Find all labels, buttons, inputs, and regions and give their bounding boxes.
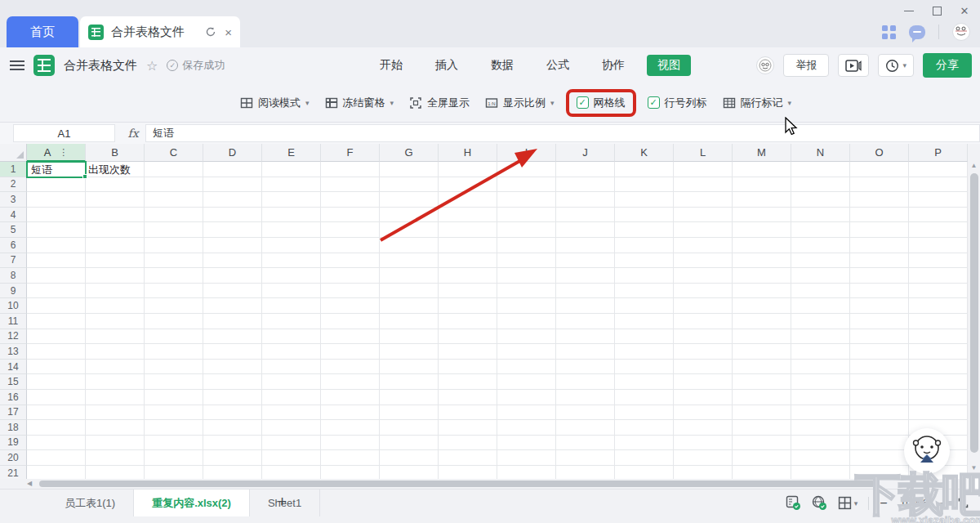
column-header-G[interactable]: G [380, 144, 439, 162]
row-header-14[interactable]: 14 [0, 360, 27, 375]
row-col-headers-checkbox[interactable]: ✓ 行号列标 [648, 96, 707, 110]
gridlines-checkbox[interactable]: ✓ 网格线 [577, 96, 626, 110]
column-header-D[interactable]: D [203, 144, 262, 162]
formula-input[interactable]: 短语 [145, 124, 980, 142]
zoom-ratio-button[interactable]: 1:N 显示比例 ▾ [485, 96, 555, 110]
close-tab-icon[interactable]: × [225, 25, 232, 39]
menu-tab-协作[interactable]: 协作 [591, 55, 635, 76]
column-header-H[interactable]: H [439, 144, 497, 162]
report-button[interactable]: 举报 [783, 54, 829, 77]
row-header-17[interactable]: 17 [0, 405, 27, 421]
vertical-scrollbar[interactable]: ▲ ▼ [968, 144, 980, 479]
menu-tab-视图[interactable]: 视图 [647, 55, 691, 76]
selected-cell-A1[interactable]: 短语 [26, 161, 87, 178]
menu-tab-插入[interactable]: 插入 [425, 55, 469, 76]
scroll-down-icon[interactable]: ▼ [968, 464, 980, 472]
network-status-icon[interactable] [812, 495, 827, 511]
fx-icon[interactable]: fx [122, 124, 144, 142]
formula-bar: A1 fx 短语 [0, 123, 980, 144]
alt-row-shading-button[interactable]: 隔行标记 ▾ [723, 96, 792, 110]
vertical-scroll-thumb[interactable] [970, 173, 978, 453]
row-header-7[interactable]: 7 [0, 253, 27, 269]
close-window-button[interactable]: ✕ [957, 3, 972, 18]
row-header-10[interactable]: 10 [0, 298, 27, 314]
row-header-3[interactable]: 3 [0, 192, 27, 208]
checkbox-checked-icon: ✓ [648, 96, 660, 109]
column-header-O[interactable]: O [850, 144, 909, 162]
column-options-icon[interactable]: ⋮ [59, 147, 68, 158]
row-header-12[interactable]: 12 [0, 329, 27, 345]
column-header-A[interactable]: A⋮ [27, 144, 86, 162]
column-header-N[interactable]: N [791, 144, 850, 162]
home-tab[interactable]: 首页 [7, 16, 78, 47]
column-header-C[interactable]: C [145, 144, 203, 162]
hamburger-menu-icon[interactable] [10, 60, 24, 70]
horizontal-scrollbar[interactable]: ◀ [0, 479, 968, 489]
document-tab[interactable]: 合并表格文件 × [80, 16, 240, 47]
apps-grid-icon[interactable] [882, 25, 896, 39]
column-header-M[interactable]: M [733, 144, 791, 162]
menu-tab-公式[interactable]: 公式 [536, 55, 580, 76]
video-tutorial-button[interactable] [838, 54, 869, 77]
video-icon [845, 60, 862, 72]
zoom-in-button[interactable]: + [940, 497, 947, 510]
column-header-J[interactable]: J [556, 144, 615, 162]
row-header-18[interactable]: 18 [0, 420, 27, 436]
refresh-icon[interactable] [205, 26, 216, 38]
calc-status-icon[interactable] [786, 495, 801, 511]
row-header-20[interactable]: 20 [0, 450, 27, 466]
row-header-11[interactable]: 11 [0, 314, 27, 329]
message-icon[interactable] [909, 25, 925, 39]
workbook-icon[interactable] [33, 55, 55, 76]
menu-tab-开始[interactable]: 开始 [369, 55, 413, 76]
column-header-P[interactable]: P [909, 144, 968, 162]
row-header-15[interactable]: 15 [0, 374, 27, 390]
stamp-avatar[interactable] [756, 56, 774, 74]
row-header-8[interactable]: 8 [0, 268, 27, 284]
favorite-star-icon[interactable]: ☆ [146, 58, 158, 74]
fill-handle[interactable] [82, 174, 87, 179]
column-header-E[interactable]: E [262, 144, 321, 162]
zoom-level[interactable]: 100% [898, 497, 929, 509]
row-header-6[interactable]: 6 [0, 238, 27, 253]
scroll-up-icon[interactable]: ▲ [968, 162, 980, 169]
column-header-F[interactable]: F [321, 144, 380, 162]
row-header-4[interactable]: 4 [0, 208, 27, 223]
freeze-panes-button[interactable]: 冻结窗格 ▾ [325, 96, 394, 110]
column-header-I[interactable]: I [497, 144, 556, 162]
sheet-tab-员工表1(1)[interactable]: 员工表1(1) [47, 489, 134, 516]
row-header-9[interactable]: 9 [0, 284, 27, 299]
sheet-tab-重复内容.xlsx(2)[interactable]: 重复内容.xlsx(2) [134, 489, 250, 516]
assistant-mascot[interactable] [904, 428, 950, 474]
history-button[interactable]: ▾ [878, 54, 914, 77]
row-header-2[interactable]: 2 [0, 177, 27, 193]
share-button[interactable]: 分享 [923, 53, 972, 78]
horizontal-scroll-thumb[interactable] [39, 481, 875, 487]
menu-tab-数据[interactable]: 数据 [480, 55, 524, 76]
cell-B1[interactable]: 出现次数 [86, 162, 167, 177]
select-all-corner[interactable] [0, 144, 27, 162]
view-mode-switcher[interactable]: ▾ [838, 496, 858, 510]
column-header-K[interactable]: K [615, 144, 674, 162]
scroll-left-icon[interactable]: ◀ [27, 480, 32, 487]
row-header-21[interactable]: 21 [0, 466, 27, 479]
cell-area[interactable] [27, 162, 968, 479]
zoom-out-button[interactable]: − [880, 497, 887, 510]
row-header-1[interactable]: 1 [0, 162, 27, 177]
row-header-19[interactable]: 19 [0, 436, 27, 451]
reading-mode-button[interactable]: 阅读模式 ▾ [240, 96, 310, 110]
add-sheet-button[interactable]: + [278, 493, 287, 511]
save-check-icon: ✓ [167, 60, 178, 71]
fit-screen-icon[interactable] [958, 498, 969, 508]
name-box[interactable]: A1 [13, 124, 115, 142]
full-screen-button[interactable]: 全屏显示 [409, 96, 470, 110]
column-header-L[interactable]: L [674, 144, 733, 162]
freeze-panes-label: 冻结窗格 [343, 96, 385, 110]
column-header-B[interactable]: B [86, 144, 145, 162]
row-header-16[interactable]: 16 [0, 390, 27, 405]
user-avatar[interactable] [952, 23, 970, 41]
row-header-13[interactable]: 13 [0, 344, 27, 360]
maximize-button[interactable] [929, 3, 944, 18]
row-header-5[interactable]: 5 [0, 222, 27, 238]
minimize-button[interactable] [902, 3, 916, 18]
